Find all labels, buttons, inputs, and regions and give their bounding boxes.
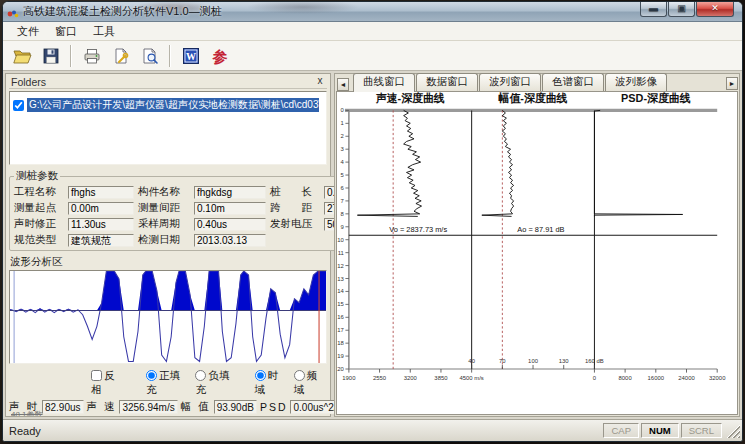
- svg-text:16: 16: [337, 314, 344, 320]
- status-cell-num: NUM: [641, 423, 679, 438]
- svg-text:100: 100: [528, 358, 539, 364]
- page-magnifier-icon: [140, 46, 160, 66]
- freq-domain-radio-label[interactable]: 频域: [294, 369, 327, 397]
- clipped-text: 48.1参数: [11, 409, 43, 416]
- folders-close-button[interactable]: x: [313, 75, 327, 88]
- resize-grip[interactable]: [726, 424, 740, 438]
- toolbar: W 参: [3, 41, 742, 71]
- save-floppy-icon: [41, 46, 61, 66]
- close-button[interactable]: ✕: [696, 2, 734, 17]
- svg-text:PSD-深度曲线: PSD-深度曲线: [621, 92, 690, 104]
- param-label-4: 测量间距: [138, 201, 190, 215]
- freq-domain-radio[interactable]: [294, 370, 305, 381]
- param-value-3: 0.00m: [68, 202, 134, 215]
- app-icon: [7, 6, 19, 18]
- tab-1[interactable]: 数据窗口: [416, 73, 478, 91]
- pile-params-title: 测桩参数: [14, 169, 60, 183]
- svg-text:15: 15: [337, 301, 344, 307]
- meas-field-0[interactable]: 82.90us: [42, 400, 84, 414]
- maximize-button[interactable]: ▣: [668, 2, 695, 17]
- param-label-1: 构件名称: [138, 185, 190, 199]
- meas-label-2: 幅 值: [181, 400, 211, 414]
- time-domain-radio[interactable]: [255, 370, 266, 381]
- page-wrench-icon: [111, 46, 131, 66]
- params-button[interactable]: 参: [206, 43, 233, 68]
- open-button[interactable]: [8, 43, 35, 68]
- print-setup-button[interactable]: [107, 43, 134, 68]
- svg-text:Vo = 2837.73 m/s: Vo = 2837.73 m/s: [389, 225, 447, 234]
- svg-text:Ao = 87.91 dB: Ao = 87.91 dB: [517, 225, 564, 234]
- status-message: Ready: [9, 425, 601, 437]
- tree-item-checkbox[interactable]: [13, 100, 24, 111]
- tab-2[interactable]: 波列窗口: [479, 73, 541, 91]
- tab-4[interactable]: 波列影像: [605, 73, 667, 91]
- param-value-6: 11.30us: [68, 218, 134, 231]
- tab-scroll-left-button[interactable]: ◄: [337, 78, 349, 91]
- meas-field-2[interactable]: 93.90dB: [214, 400, 257, 414]
- window-title: 高铁建筑混凝土检测分析软件V1.0—测桩: [23, 4, 222, 19]
- fill-positive-radio-label[interactable]: 正填充: [146, 369, 190, 397]
- svg-text:10: 10: [337, 237, 344, 243]
- pile-params-group: 测桩参数 工程名称fhghs构件名称fhgkdsg桩 长0.00m测量起点0.0…: [9, 169, 387, 251]
- svg-text:160 dB: 160 dB: [585, 358, 604, 364]
- param-value-0: fhghs: [68, 186, 134, 199]
- folders-panel-title: Folders: [9, 76, 46, 88]
- tree-item[interactable]: G:\公司产品设计开发\超声仪器\超声仪实地检测数据\测桩\cd\cd03\cd…: [13, 98, 323, 112]
- svg-text:W: W: [186, 51, 196, 62]
- print-button[interactable]: [78, 43, 105, 68]
- svg-text:13: 13: [337, 275, 344, 281]
- time-domain-radio-label[interactable]: 时域: [255, 369, 288, 397]
- menu-item-2[interactable]: 工具: [85, 22, 123, 41]
- fill-negative-radio-label[interactable]: 负填充: [195, 369, 239, 397]
- word-export-button[interactable]: W: [177, 43, 204, 68]
- param-value-7: 0.40us: [194, 218, 266, 231]
- folders-panel: Folders x G:\公司产品设计开发\超声仪器\超声仪实地检测数据\测桩\…: [5, 73, 331, 417]
- meas-label-3: PSD: [260, 401, 288, 413]
- fill-positive-radio[interactable]: [146, 370, 157, 381]
- fill-negative-radio[interactable]: [195, 370, 206, 381]
- svg-text:5: 5: [341, 172, 345, 178]
- param-value-10: 2013.03.13: [194, 234, 266, 247]
- svg-text:幅值-深度曲线: 幅值-深度曲线: [498, 92, 568, 104]
- svg-text:8000: 8000: [619, 375, 633, 381]
- param-value-9: 建筑规范: [68, 234, 134, 247]
- params-icon: 参: [210, 46, 230, 66]
- svg-text:12: 12: [337, 263, 344, 269]
- svg-text:17: 17: [337, 327, 344, 333]
- menu-item-0[interactable]: 文件: [9, 22, 47, 41]
- minimize-button[interactable]: ▬: [640, 2, 667, 17]
- svg-text:3: 3: [341, 146, 345, 152]
- print-preview-button[interactable]: [136, 43, 163, 68]
- app-window: 高铁建筑混凝土检测分析软件V1.0—测桩 ▬ ▣ ✕ 文件窗口工具: [2, 1, 743, 442]
- svg-text:40: 40: [468, 358, 475, 364]
- depth-curves-chart[interactable]: 01234567891011121314151617181920声速-深度曲线1…: [336, 91, 738, 415]
- svg-text:2: 2: [341, 133, 345, 139]
- toolbar-separator: [70, 45, 72, 67]
- status-bar: Ready CAPNUMSCRL: [3, 419, 742, 441]
- svg-text:14: 14: [337, 288, 344, 294]
- svg-text:2550: 2550: [373, 375, 387, 381]
- menu-item-1[interactable]: 窗口: [47, 22, 85, 41]
- svg-text:6: 6: [341, 185, 345, 191]
- folders-tree[interactable]: G:\公司产品设计开发\超声仪器\超声仪实地检测数据\测桩\cd\cd03\cd…: [9, 91, 327, 165]
- svg-text:4: 4: [341, 159, 345, 165]
- menu-bar: 文件窗口工具: [3, 22, 742, 41]
- tab-bar: ◄ 曲线窗口数据窗口波列窗口色谱窗口波列影像 ►: [335, 74, 739, 91]
- tab-0[interactable]: 曲线窗口: [353, 73, 415, 92]
- svg-text:16000: 16000: [648, 375, 665, 381]
- word-icon: W: [181, 46, 201, 66]
- invert-checkbox-label[interactable]: 反相: [91, 369, 124, 397]
- invert-checkbox[interactable]: [91, 370, 102, 381]
- printer-icon: [82, 46, 102, 66]
- svg-text:1: 1: [341, 120, 345, 126]
- tab-3[interactable]: 色谱窗口: [542, 73, 604, 91]
- titlebar[interactable]: 高铁建筑混凝土检测分析软件V1.0—测桩 ▬ ▣ ✕: [3, 2, 742, 22]
- meas-field-1[interactable]: 3256.94m/s: [119, 400, 177, 414]
- svg-text:7: 7: [341, 198, 345, 204]
- svg-text:11: 11: [338, 250, 345, 256]
- save-button[interactable]: [37, 43, 64, 68]
- tree-item-path[interactable]: G:\公司产品设计开发\超声仪器\超声仪实地检测数据\测桩\cd\cd03\cd…: [27, 98, 319, 112]
- tab-scroll-right-button[interactable]: ►: [726, 77, 738, 90]
- svg-text:0: 0: [593, 375, 597, 381]
- waveform-plot[interactable]: [9, 270, 327, 364]
